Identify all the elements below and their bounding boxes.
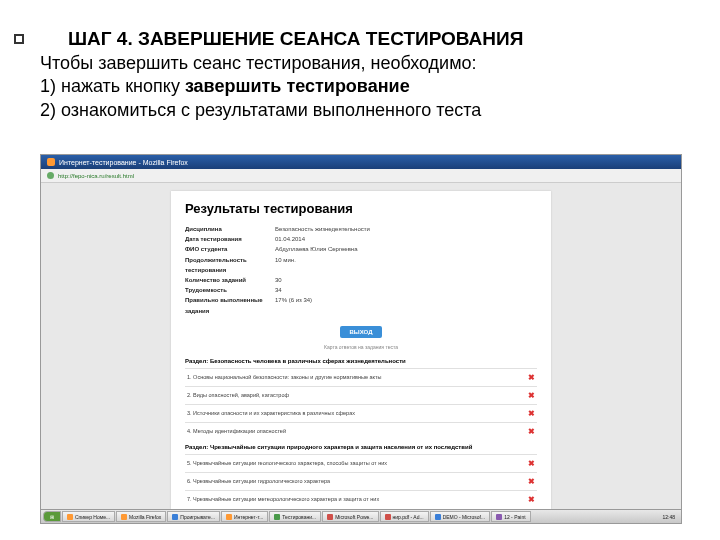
question-row: 1. Основы национальной безопасности: зак… <box>185 368 537 386</box>
table-row: Количество заданий30 <box>185 275 537 285</box>
app-icon <box>67 514 73 520</box>
results-info-table: ДисциплинаБезопасность жизнедеятельности… <box>185 224 537 316</box>
wrong-icon: ✖ <box>528 409 535 418</box>
question-row: 6. Чрезвычайные ситуации гидрологическог… <box>185 472 537 490</box>
url-text: http://fepo-nica.ru/result.html <box>58 173 134 179</box>
info-value: 17% (6 из 34) <box>275 295 312 315</box>
taskbar-item-label: DEMO - Microsof... <box>443 514 486 520</box>
info-value: 01.04.2014 <box>275 234 305 244</box>
question-text: 2. Виды опасностей, аварий, катастроф <box>187 392 289 398</box>
app-icon <box>327 514 333 520</box>
table-row: Правильно выполненные задания17% (6 из 3… <box>185 295 537 315</box>
slide-line3: 2) ознакомиться с результатами выполненн… <box>40 99 481 122</box>
table-row: Дата тестирования01.04.2014 <box>185 234 537 244</box>
wrong-icon: ✖ <box>528 495 535 504</box>
app-icon <box>496 514 502 520</box>
slide-bullet <box>14 34 24 44</box>
taskbar-item-label: Спикер Номе... <box>75 514 110 520</box>
exit-button[interactable]: ВЫХОД <box>340 326 383 338</box>
results-heading: Результаты тестирования <box>185 201 537 216</box>
section-heading: Раздел: Чрезвычайные ситуации природного… <box>185 444 537 450</box>
info-label: ФИО студента <box>185 244 275 254</box>
question-text: 3. Источники опасности и их характеристи… <box>187 410 355 416</box>
taskbar-clock: 12:48 <box>662 514 679 520</box>
question-row: 5. Чрезвычайные ситуации геологического … <box>185 454 537 472</box>
info-label: Дата тестирования <box>185 234 275 244</box>
results-card: Результаты тестирования ДисциплинаБезопа… <box>171 191 551 509</box>
taskbar-item[interactable]: Проигрывате... <box>167 511 220 522</box>
taskbar-item-label: 12 - Paint <box>504 514 525 520</box>
question-row: 3. Источники опасности и их характеристи… <box>185 404 537 422</box>
question-row: 2. Виды опасностей, аварий, катастроф✖ <box>185 386 537 404</box>
app-icon <box>435 514 441 520</box>
info-label: Продолжительность тестирования <box>185 255 275 275</box>
taskbar-item[interactable]: Спикер Номе... <box>62 511 115 522</box>
window-title: Интернет-тестирование - Mozilla Firefox <box>59 159 188 166</box>
question-text: 1. Основы национальной безопасности: зак… <box>187 374 382 380</box>
wrong-icon: ✖ <box>528 427 535 436</box>
info-label: Количество заданий <box>185 275 275 285</box>
taskbar-item[interactable]: DEMO - Microsof... <box>430 511 491 522</box>
section-heading: Раздел: Безопасность человека в различны… <box>185 358 537 364</box>
slide-line2: 1) нажать кнопку завершить тестирование <box>40 75 481 98</box>
taskbar-item[interactable]: Microsoft Powe... <box>322 511 378 522</box>
site-identity-icon <box>47 172 54 179</box>
info-label: Правильно выполненные задания <box>185 295 275 315</box>
taskbar-item[interactable]: Интернет-т... <box>221 511 268 522</box>
table-row: Трудоемкость34 <box>185 285 537 295</box>
answer-map-caption: Карта ответов на задания теста <box>185 344 537 350</box>
table-row: ФИО студентаАбдуллаева Юлия Сергеевна <box>185 244 537 254</box>
question-text: 7. Чрезвычайные ситуации метеорологическ… <box>187 496 379 502</box>
app-icon <box>226 514 232 520</box>
address-bar[interactable]: http://fepo-nica.ru/result.html <box>41 169 681 183</box>
info-value: 30 <box>275 275 282 285</box>
info-value: 10 мин. <box>275 255 296 275</box>
slide-line1: Чтобы завершить сеанс тестирования, необ… <box>40 52 481 75</box>
taskbar: ⊞ Спикер Номе... Mozilla Firefox Проигры… <box>41 509 681 523</box>
firefox-icon <box>47 158 55 166</box>
info-value: Абдуллаева Юлия Сергеевна <box>275 244 357 254</box>
slide-line2a: 1) нажать кнопку <box>40 76 185 96</box>
app-icon <box>172 514 178 520</box>
table-row: ДисциплинаБезопасность жизнедеятельности <box>185 224 537 234</box>
page-content: Результаты тестирования ДисциплинаБезопа… <box>41 183 681 509</box>
info-value: Безопасность жизнедеятельности <box>275 224 370 234</box>
question-text: 6. Чрезвычайные ситуации гидрологическог… <box>187 478 330 484</box>
taskbar-item-label: Интернет-т... <box>234 514 263 520</box>
info-label: Дисциплина <box>185 224 275 234</box>
question-row: 4. Методы идентификации опасностей✖ <box>185 422 537 440</box>
slide-line2b: завершить тестирование <box>185 76 410 96</box>
table-row: Продолжительность тестирования10 мин. <box>185 255 537 275</box>
taskbar-item-label: Mozilla Firefox <box>129 514 161 520</box>
taskbar-item[interactable]: нир.pdf - Ad... <box>380 511 429 522</box>
app-icon <box>121 514 127 520</box>
wrong-icon: ✖ <box>528 477 535 486</box>
browser-window: Интернет-тестирование - Mozilla Firefox … <box>40 154 682 524</box>
wrong-icon: ✖ <box>528 459 535 468</box>
info-value: 34 <box>275 285 282 295</box>
app-icon <box>274 514 280 520</box>
slide-body: Чтобы завершить сеанс тестирования, необ… <box>40 52 481 122</box>
wrong-icon: ✖ <box>528 373 535 382</box>
wrong-icon: ✖ <box>528 391 535 400</box>
taskbar-item-label: нир.pdf - Ad... <box>393 514 424 520</box>
taskbar-item[interactable]: Mozilla Firefox <box>116 511 166 522</box>
taskbar-item-label: Тестировани... <box>282 514 316 520</box>
app-icon <box>385 514 391 520</box>
taskbar-item[interactable]: Тестировани... <box>269 511 321 522</box>
slide-title: ШАГ 4. ЗАВЕРШЕНИЕ СЕАНСА ТЕСТИРОВАНИЯ <box>68 28 523 50</box>
question-text: 4. Методы идентификации опасностей <box>187 428 286 434</box>
taskbar-item[interactable]: 12 - Paint <box>491 511 530 522</box>
window-titlebar: Интернет-тестирование - Mozilla Firefox <box>41 155 681 169</box>
start-button[interactable]: ⊞ <box>43 511 61 522</box>
question-text: 5. Чрезвычайные ситуации геологического … <box>187 460 387 466</box>
question-row: 7. Чрезвычайные ситуации метеорологическ… <box>185 490 537 508</box>
taskbar-item-label: Проигрывате... <box>180 514 215 520</box>
info-label: Трудоемкость <box>185 285 275 295</box>
windows-icon: ⊞ <box>50 514 54 520</box>
taskbar-item-label: Microsoft Powe... <box>335 514 373 520</box>
